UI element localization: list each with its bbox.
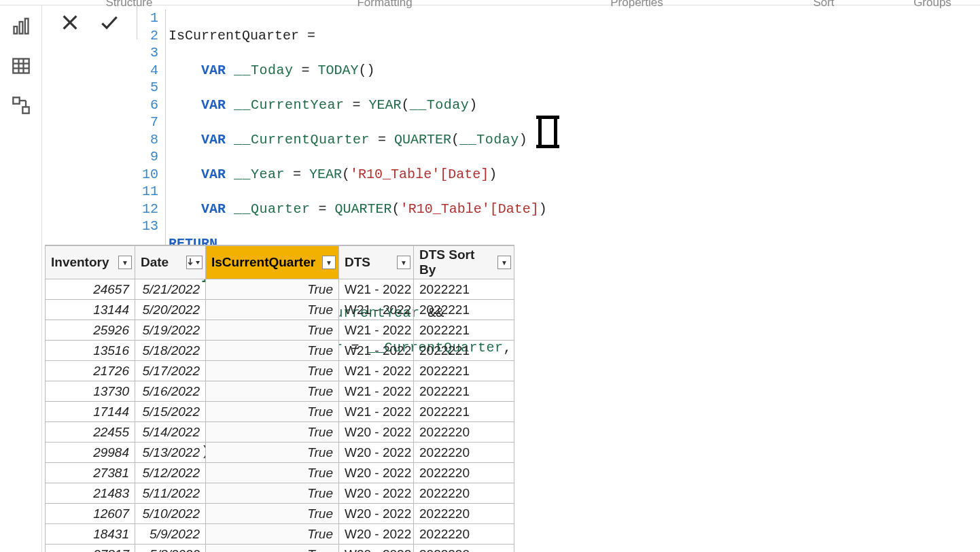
cell-dtssortby[interactable]: 2022221 — [414, 320, 514, 341]
table-row[interactable]: 137305/16/2022TrueW21 - 20222022221 — [46, 381, 514, 402]
cell-iscurrentquarter[interactable]: True — [206, 320, 339, 341]
table-row[interactable]: 184315/9/2022TrueW20 - 20222022220 — [46, 524, 514, 545]
cell-dtssortby[interactable]: 2022221 — [414, 341, 514, 361]
cell-dts[interactable]: W20 - 2022 — [339, 524, 414, 545]
cell-dts[interactable]: W21 - 2022 — [339, 320, 414, 341]
col-header-dtssortby[interactable]: DTS Sort By▼ — [414, 246, 514, 279]
col-header-dts[interactable]: DTS▼ — [339, 246, 414, 279]
tab-formatting[interactable]: Formatting — [258, 0, 511, 5]
cancel-button[interactable] — [56, 9, 84, 36]
cell-dts[interactable]: W21 - 2022 — [339, 402, 414, 422]
cell-inventory[interactable]: 27817 — [46, 545, 135, 553]
commit-button[interactable] — [96, 9, 123, 36]
cell-iscurrentquarter[interactable]: True — [206, 279, 339, 300]
cell-inventory[interactable]: 22455 — [46, 422, 135, 443]
cell-dts[interactable]: W21 - 2022 — [339, 361, 414, 381]
cell-iscurrentquarter[interactable]: True — [206, 504, 339, 524]
cell-dtssortby[interactable]: 2022221 — [414, 279, 514, 300]
table-row[interactable]: 278175/8/2022TrueW20 - 20222022220 — [46, 545, 514, 553]
cell-dtssortby[interactable]: 2022220 — [414, 524, 514, 545]
cell-dts[interactable]: W21 - 2022 — [339, 381, 414, 402]
cell-date[interactable]: 5/11/2022 — [135, 483, 206, 504]
cell-dts[interactable]: W20 - 2022 — [339, 545, 414, 553]
cell-iscurrentquarter[interactable]: True — [206, 545, 339, 553]
col-header-inventory[interactable]: Inventory▼ — [46, 246, 135, 279]
sort-desc-filter-icon[interactable] — [186, 256, 203, 269]
table-row[interactable]: 259265/19/2022TrueW21 - 20222022221 — [46, 320, 514, 341]
data-view-icon[interactable] — [11, 56, 31, 76]
cell-date[interactable]: 5/10/2022 — [135, 504, 206, 524]
cell-iscurrentquarter[interactable]: True — [206, 524, 339, 545]
cell-date[interactable]: 5/12/2022 — [135, 463, 206, 483]
table-row[interactable]: 299845/13/2022TrueW20 - 20222022220 — [46, 443, 514, 463]
cell-dts[interactable]: W20 - 2022 — [339, 483, 414, 504]
col-header-iscurrentquarter[interactable]: IsCurrentQuarter▼ — [206, 246, 339, 279]
cell-iscurrentquarter[interactable]: True — [206, 402, 339, 422]
cell-inventory[interactable]: 21483 — [46, 483, 135, 504]
cell-dtssortby[interactable]: 2022220 — [414, 463, 514, 483]
cell-iscurrentquarter[interactable]: True — [206, 443, 339, 463]
cell-date[interactable]: 5/9/2022 — [135, 524, 206, 545]
cell-dtssortby[interactable]: 2022220 — [414, 443, 514, 463]
cell-iscurrentquarter[interactable]: True — [206, 300, 339, 320]
cell-iscurrentquarter[interactable]: True — [206, 341, 339, 361]
cell-iscurrentquarter[interactable]: True — [206, 361, 339, 381]
cell-iscurrentquarter[interactable]: True — [206, 422, 339, 443]
cell-dts[interactable]: W21 - 2022 — [339, 341, 414, 361]
col-header-date[interactable]: Date — [135, 246, 206, 279]
cell-inventory[interactable]: 27381 — [46, 463, 135, 483]
cell-dtssortby[interactable]: 2022220 — [414, 422, 514, 443]
filter-icon[interactable]: ▼ — [118, 256, 132, 269]
cell-date[interactable]: 5/18/2022 — [135, 341, 206, 361]
cell-dts[interactable]: W21 - 2022 — [339, 279, 414, 300]
cell-inventory[interactable]: 13144 — [46, 300, 135, 320]
table-row[interactable]: 246575/21/2022TrueW21 - 20222022221 — [46, 279, 514, 300]
cell-inventory[interactable]: 24657 — [46, 279, 135, 300]
cell-date[interactable]: 5/21/2022 — [135, 279, 206, 300]
cell-inventory[interactable]: 18431 — [46, 524, 135, 545]
cell-dtssortby[interactable]: 2022221 — [414, 361, 514, 381]
cell-iscurrentquarter[interactable]: True — [206, 483, 339, 504]
cell-dts[interactable]: W20 - 2022 — [339, 443, 414, 463]
cell-dtssortby[interactable]: 2022221 — [414, 300, 514, 320]
tab-groups[interactable]: Groups — [885, 0, 980, 5]
cell-dts[interactable]: W20 - 2022 — [339, 422, 414, 443]
cell-dts[interactable]: W20 - 2022 — [339, 463, 414, 483]
cell-date[interactable]: 5/15/2022 — [135, 402, 206, 422]
cell-date[interactable]: 5/8/2022 — [135, 545, 206, 553]
table-row[interactable]: 135165/18/2022TrueW21 - 20222022221 — [46, 341, 514, 361]
tab-sort[interactable]: Sort — [763, 0, 885, 5]
cell-date[interactable]: 5/13/2022 — [135, 443, 206, 463]
cell-iscurrentquarter[interactable]: True — [206, 463, 339, 483]
cell-dtssortby[interactable]: 2022221 — [414, 402, 514, 422]
cell-date[interactable]: 5/20/2022 — [135, 300, 206, 320]
data-grid[interactable]: Inventory▼ Date IsCurrentQuarter▼ DTS▼ D… — [45, 245, 514, 552]
table-row[interactable]: 217265/17/2022TrueW21 - 20222022221 — [46, 361, 514, 381]
filter-icon[interactable]: ▼ — [497, 256, 511, 269]
cell-date[interactable]: 5/17/2022 — [135, 361, 206, 381]
table-row[interactable]: 273815/12/2022TrueW20 - 20222022220 — [46, 463, 514, 483]
cell-inventory[interactable]: 17144 — [46, 402, 135, 422]
tab-structure[interactable]: Structure — [0, 0, 258, 5]
cell-inventory[interactable]: 25926 — [46, 320, 135, 341]
cell-date[interactable]: 5/19/2022 — [135, 320, 206, 341]
cell-dtssortby[interactable]: 2022220 — [414, 504, 514, 524]
cell-inventory[interactable]: 13730 — [46, 381, 135, 402]
cell-inventory[interactable]: 13516 — [46, 341, 135, 361]
cell-dtssortby[interactable]: 2022220 — [414, 545, 514, 553]
tab-properties[interactable]: Properties — [511, 0, 763, 5]
formula-editor[interactable]: 12345678910111213 IsCurrentQuarter = VAR… — [137, 10, 980, 245]
model-view-icon[interactable] — [11, 95, 31, 116]
table-row[interactable]: 131445/20/2022TrueW21 - 20222022221 — [46, 300, 514, 320]
table-row[interactable]: 224555/14/2022TrueW20 - 20222022220 — [46, 422, 514, 443]
table-row[interactable]: 126075/10/2022TrueW20 - 20222022220 — [46, 504, 514, 524]
table-row[interactable]: 171445/15/2022TrueW21 - 20222022221 — [46, 402, 514, 422]
cell-dts[interactable]: W20 - 2022 — [339, 504, 414, 524]
code-area[interactable]: IsCurrentQuarter = VAR __Today = TODAY()… — [166, 10, 980, 245]
report-view-icon[interactable] — [11, 16, 31, 37]
cell-date[interactable]: 5/14/2022 — [135, 422, 206, 443]
cell-inventory[interactable]: 29984 — [46, 443, 135, 463]
filter-icon[interactable]: ▼ — [397, 256, 410, 269]
cell-date[interactable]: 5/16/2022 — [135, 381, 206, 402]
cell-inventory[interactable]: 21726 — [46, 361, 135, 381]
